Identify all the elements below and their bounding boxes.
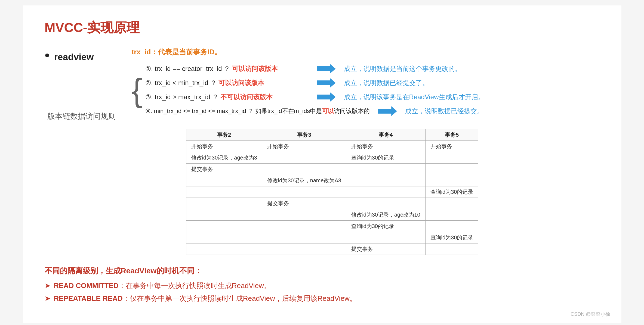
table-row: 修改id为30记录，name改为A3 xyxy=(186,175,478,186)
rule-1-arrow xyxy=(317,64,336,74)
cell xyxy=(262,243,346,255)
cell: 查询id为30的记录 xyxy=(346,152,425,164)
rule-3-arrow xyxy=(317,92,336,102)
slide-container: MVCC-实现原理 ● readview 版本链数据访问规则 trx_id：代表… xyxy=(23,5,621,323)
rule-4-result: 成立，说明数据已经提交。 xyxy=(405,107,483,115)
rule-text-3: ③. trx_id > max_trx_id ？ 不可以访问该版本 xyxy=(145,93,309,101)
cell: 提交事务 xyxy=(346,243,425,255)
rule-text-2: ②. trx_id < min_trx_id ？ 可以访问该版本 xyxy=(145,79,309,87)
table-row: 提交事务 xyxy=(186,198,478,209)
transaction-table: 事务2 事务3 事务4 事务5 开始事务 开始事务 开始事务 开始事务 xyxy=(186,129,479,255)
watermark: CSDN @菜菜小徐 xyxy=(571,311,610,317)
rule-row-4: ④. min_trx_id <= trx_id <= max_trx_id ？ … xyxy=(145,104,485,118)
cell xyxy=(186,209,262,221)
arrow-symbol-1: ➤ xyxy=(45,282,51,290)
col-header-3: 事务5 xyxy=(425,129,478,141)
bullet-left: ● readview 版本链数据访问规则 xyxy=(45,47,132,121)
cell xyxy=(346,164,425,175)
bullet-section: ● readview 版本链数据访问规则 trx_id：代表是当前事务ID。 {… xyxy=(45,47,600,255)
cell xyxy=(346,175,425,186)
isolation-text-2: REPEATABLE READ：仅在事务中第一次执行快照读时生成ReadView… xyxy=(54,294,357,303)
cell xyxy=(425,209,478,221)
rule-3-result: 成立，说明该事务是在ReadView生成后才开启。 xyxy=(344,93,485,101)
table-row: 修改id为30记录，age改为3 查询id为30的记录 xyxy=(186,152,478,164)
brace-container: { xyxy=(132,62,143,118)
cell xyxy=(262,152,346,164)
readview-label: readview xyxy=(54,52,94,62)
cell xyxy=(186,186,262,198)
cell: 提交事务 xyxy=(186,164,262,175)
rule-text-1: ①. trx_id == creator_trx_id ？ 可以访问该版本 xyxy=(145,64,309,73)
table-row: 修改id为30记录，age改为10 xyxy=(186,209,478,221)
cell xyxy=(262,164,346,175)
rule-1-highlight: 可以访问该版本 xyxy=(232,65,278,72)
cell xyxy=(425,164,478,175)
cell xyxy=(186,243,262,255)
rule-2-result: 成立，说明数据已经提交了。 xyxy=(344,79,429,87)
cell xyxy=(346,198,425,209)
cell: 查询id为30的记录 xyxy=(346,221,425,232)
col-header-1: 事务3 xyxy=(262,129,346,141)
table-row: 开始事务 开始事务 开始事务 开始事务 xyxy=(186,141,478,152)
iso-label-1: READ COMMITTED xyxy=(54,282,119,290)
isolation-item-1: ➤ READ COMMITTED：在事务中每一次执行快照读时生成ReadView… xyxy=(45,281,600,290)
cell xyxy=(262,209,346,221)
isolation-title: 不同的隔离级别，生成ReadView的时机不同： xyxy=(45,266,600,276)
cell xyxy=(186,221,262,232)
isolation-section: 不同的隔离级别，生成ReadView的时机不同： ➤ READ COMMITTE… xyxy=(45,266,600,303)
rule-row-2: ②. trx_id < min_trx_id ？ 可以访问该版本 成立，说明数据… xyxy=(145,76,485,90)
rules-section: trx_id：代表是当前事务ID。 { ①. trx_id == creator… xyxy=(132,47,600,255)
cell xyxy=(262,221,346,232)
iso-desc-1: ：在事务中每一次执行快照读时生成ReadView。 xyxy=(119,282,271,290)
cell xyxy=(186,175,262,186)
cell xyxy=(425,152,478,164)
rule-2-highlight: 可以访问该版本 xyxy=(218,79,264,86)
trx-id-desc: trx_id：代表是当前事务ID。 xyxy=(132,47,600,57)
rule-4-arrow xyxy=(378,106,397,116)
version-chain-label: 版本链数据访问规则 xyxy=(47,111,116,121)
cell: 开始事务 xyxy=(346,141,425,152)
cell: 查询id为30的记录 xyxy=(425,232,478,243)
cell xyxy=(425,243,478,255)
cell xyxy=(262,232,346,243)
cell: 开始事务 xyxy=(186,141,262,152)
iso-label-2: REPEATABLE READ xyxy=(54,294,123,302)
table-row: 查询id为30的记录 xyxy=(186,221,478,232)
rule-text-4: ④. min_trx_id <= trx_id <= max_trx_id ？ … xyxy=(145,107,370,115)
isolation-text-1: READ COMMITTED：在事务中每一次执行快照读时生成ReadView。 xyxy=(54,281,271,290)
cell: 开始事务 xyxy=(425,141,478,152)
table-row: 查询id为30的记录 xyxy=(186,232,478,243)
iso-desc-2: ：仅在事务中第一次执行快照读时生成ReadView，后续复用该ReadView。 xyxy=(123,294,357,302)
col-header-0: 事务2 xyxy=(186,129,262,141)
cell xyxy=(346,232,425,243)
cell xyxy=(186,232,262,243)
table-row: 查询id为30的记录 xyxy=(186,186,478,198)
rule-3-highlight: 不可以访问该版本 xyxy=(220,93,273,101)
page-title: MVCC-实现原理 xyxy=(45,19,600,36)
bullet-dot: ● xyxy=(45,50,50,60)
cell: 开始事务 xyxy=(262,141,346,152)
rule-row-1: ①. trx_id == creator_trx_id ？ 可以访问该版本 成立… xyxy=(145,62,485,76)
left-brace: { xyxy=(132,74,143,106)
cell xyxy=(425,221,478,232)
rule-1-result: 成立，说明数据是当前这个事务更改的。 xyxy=(344,64,461,73)
rules-list: ①. trx_id == creator_trx_id ？ 可以访问该版本 成立… xyxy=(145,62,485,118)
cell: 查询id为30的记录 xyxy=(425,186,478,198)
cell: 修改id为30记录，name改为A3 xyxy=(262,175,346,186)
rule-4-highlight: 可以 xyxy=(322,108,334,114)
col-header-2: 事务4 xyxy=(346,129,425,141)
rule-2-arrow xyxy=(317,78,336,88)
cell xyxy=(425,198,478,209)
table-section: 事务2 事务3 事务4 事务5 开始事务 开始事务 开始事务 开始事务 xyxy=(186,129,600,255)
cell: 修改id为30记录，age改为10 xyxy=(346,209,425,221)
cell: 提交事务 xyxy=(262,198,346,209)
rule-row-3: ③. trx_id > max_trx_id ？ 不可以访问该版本 成立，说明该… xyxy=(145,90,485,104)
cell xyxy=(425,175,478,186)
rules-body: { ①. trx_id == creator_trx_id ？ 可以访问该版本 … xyxy=(132,62,600,118)
table-row: 提交事务 xyxy=(186,243,478,255)
cell xyxy=(262,186,346,198)
cell xyxy=(186,198,262,209)
isolation-item-2: ➤ REPEATABLE READ：仅在事务中第一次执行快照读时生成ReadVi… xyxy=(45,294,600,303)
table-row: 提交事务 xyxy=(186,164,478,175)
cell xyxy=(346,186,425,198)
